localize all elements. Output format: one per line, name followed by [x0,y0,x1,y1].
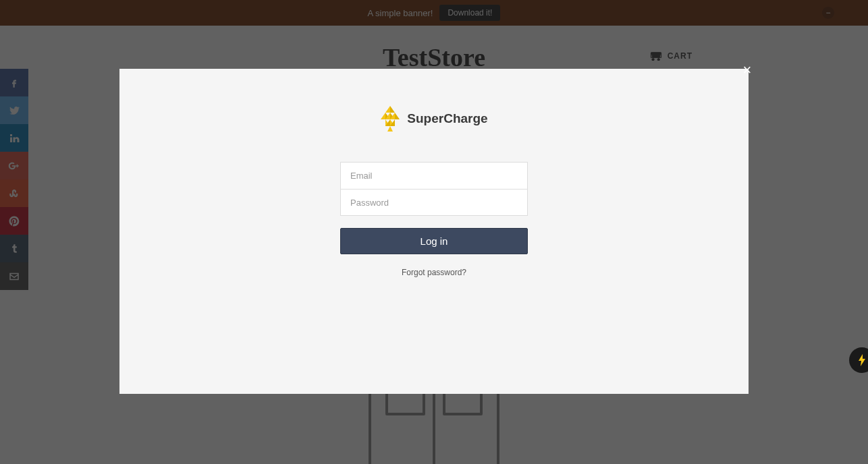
login-modal: × SuperCharge [119,69,749,394]
modal-close-button[interactable]: × [739,62,755,78]
close-icon: × [743,61,752,79]
email-field[interactable] [340,162,528,189]
password-field[interactable] [340,189,528,216]
modal-overlay[interactable]: × SuperCharge [0,0,868,464]
login-button[interactable]: Log in [340,228,528,254]
supercharge-logo-icon [380,106,400,132]
bolt-icon [857,354,867,366]
modal-logo-text: SuperCharge [407,111,487,126]
modal-logo: SuperCharge [380,106,487,132]
login-form: Log in Forgot password? [340,162,528,277]
forgot-password-link[interactable]: Forgot password? [340,268,528,277]
